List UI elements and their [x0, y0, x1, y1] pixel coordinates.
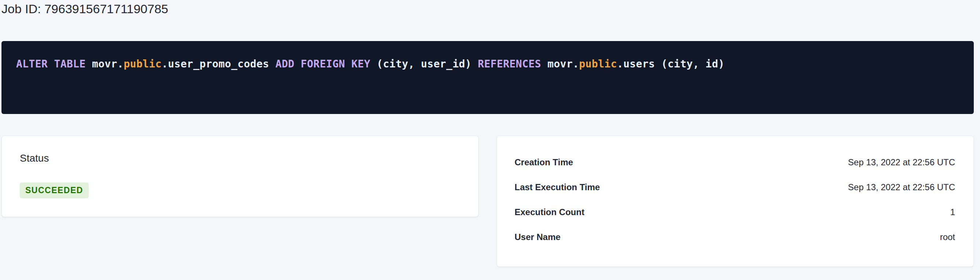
job-id-heading: Job ID: 796391567171190785	[2, 1, 974, 17]
sql-token-schema: public	[579, 58, 617, 70]
sql-token-keyword: ADD FOREIGN KEY	[275, 58, 377, 70]
sql-token-schema: public	[124, 58, 162, 70]
job-details-page: Job ID: 796391567171190785 ALTER TABLE m…	[0, 0, 980, 267]
execution-count-row: Execution Count 1	[515, 200, 955, 225]
user-name-label: User Name	[515, 232, 560, 243]
creation-time-label: Creation Time	[515, 157, 573, 168]
sql-token-identifier: movr.	[92, 58, 124, 70]
status-card: Status SUCCEEDED	[2, 135, 479, 217]
status-badge: SUCCEEDED	[20, 183, 89, 198]
sql-token-identifier: (city, user_id)	[377, 58, 478, 70]
execution-count-label: Execution Count	[515, 207, 585, 218]
last-execution-time-label: Last Execution Time	[515, 182, 600, 193]
last-execution-time-value: Sep 13, 2022 at 22:56 UTC	[848, 182, 955, 193]
sql-statement-box: ALTER TABLE movr.public.user_promo_codes…	[2, 41, 974, 114]
sql-token-keyword: ALTER TABLE	[16, 58, 92, 70]
sql-token-identifier: .user_promo_codes	[162, 58, 275, 70]
sql-token-keyword: REFERENCES	[478, 58, 547, 70]
user-name-value: root	[940, 232, 955, 243]
summary-cards-row: Status SUCCEEDED Creation Time Sep 13, 2…	[2, 135, 974, 267]
user-name-row: User Name root	[515, 225, 955, 250]
sql-statement: ALTER TABLE movr.public.user_promo_codes…	[16, 57, 959, 71]
status-card-title: Status	[20, 152, 461, 165]
creation-time-value: Sep 13, 2022 at 22:56 UTC	[848, 157, 955, 168]
execution-count-value: 1	[950, 207, 955, 218]
sql-token-identifier: .users (city, id)	[617, 58, 725, 70]
job-details-card: Creation Time Sep 13, 2022 at 22:56 UTC …	[496, 135, 974, 267]
last-execution-time-row: Last Execution Time Sep 13, 2022 at 22:5…	[515, 175, 955, 200]
creation-time-row: Creation Time Sep 13, 2022 at 22:56 UTC	[515, 150, 955, 175]
sql-token-identifier: movr.	[547, 58, 579, 70]
